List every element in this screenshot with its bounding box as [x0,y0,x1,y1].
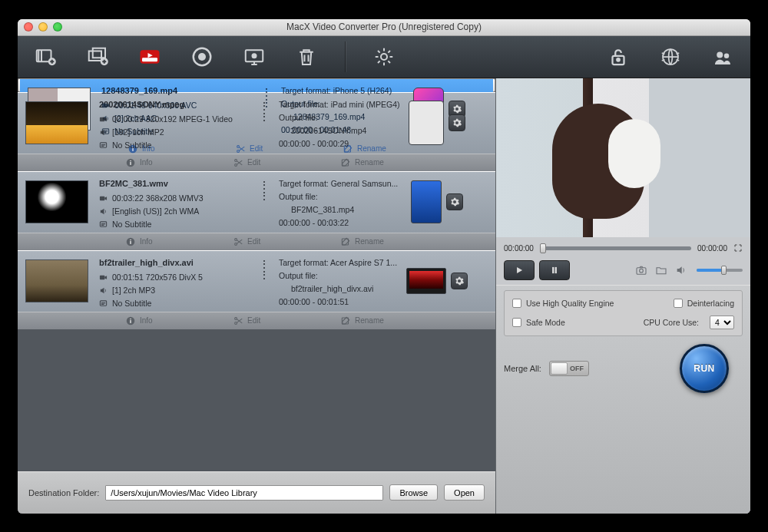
target-format: Target format: iPad mini (MPEG4) [268,98,400,111]
pause-button[interactable] [539,260,570,280]
snapshot-icon[interactable] [634,263,649,277]
video-icon [99,273,108,282]
target-format: Target format: Acer Aspire S7 1... [268,256,400,269]
file-row[interactable]: bf2trailer_high_divx.avi 00:01:51 720x57… [18,250,495,329]
svg-rect-50 [555,266,557,273]
svg-point-29 [130,160,131,160]
unlock-button[interactable] [604,43,632,71]
edit-button[interactable]: Edit [233,316,325,326]
minimize-icon[interactable] [38,22,48,31]
file-name: bf2trailer_high_divx.avi [99,256,262,269]
destination-input[interactable] [105,485,383,501]
trash-button[interactable] [293,43,320,71]
svg-point-37 [130,239,131,240]
svg-point-45 [130,318,131,319]
window-title: MacX Video Converter Pro (Unregistered C… [62,21,706,32]
file-list: 12848379_169.mp4 00:01:48 640x360 AVC [2… [18,78,495,471]
audio-icon [99,286,108,295]
row-settings-button[interactable] [451,273,468,289]
target-format: Target format: General Samsun... [268,177,400,190]
output-file: bf2trailer_high_divx.avi [268,283,400,296]
svg-point-52 [640,269,644,273]
app-window: MacX Video Converter Pro (Unregistered C… [18,19,750,514]
thumbnail [25,180,88,223]
svg-rect-33 [100,196,104,200]
svg-rect-17 [102,103,107,107]
rename-button[interactable]: Rename [340,316,384,326]
edit-button[interactable]: Edit [233,157,325,168]
svg-point-15 [717,51,723,58]
device-icon [406,268,446,294]
output-file: BF2MC_381.mp4 [268,203,400,216]
player-controls: 00:00:00 00:00:00 [496,237,750,285]
file-row[interactable]: BF2MC_381.wmv 00:03:22 368x208 WMV3 [Eng… [18,171,495,250]
file-name: BF2MC_381.wmv [99,177,262,190]
screen-record-button[interactable] [240,43,268,71]
svg-rect-41 [100,275,104,279]
destination-label: Destination Folder: [28,488,99,497]
run-button[interactable]: RUN [680,344,729,393]
youtube-button[interactable] [136,43,164,71]
add-photo-button[interactable] [84,43,111,71]
svg-rect-49 [552,266,554,273]
file-name: 20020614SONY.mpeg [99,98,262,111]
row-settings-button[interactable] [446,193,463,210]
device-icon [411,180,442,223]
info-button[interactable]: Info [125,157,217,168]
add-video-button[interactable] [31,43,59,71]
hq-checkbox[interactable]: Use High Quality Engine [512,299,614,308]
merge-toggle[interactable]: OFF [549,361,589,376]
svg-point-10 [253,54,257,58]
video-icon [101,101,110,110]
seek-slider[interactable] [540,246,691,250]
time-current: 00:00:00 [504,244,534,253]
volume-icon[interactable] [674,263,689,277]
rename-button[interactable]: Rename [340,236,384,247]
web-button[interactable] [657,43,684,71]
deinterlace-checkbox[interactable]: Deinterlacing [674,299,734,308]
device-icon [409,101,444,145]
svg-rect-6 [142,58,157,61]
svg-point-8 [198,53,206,61]
record-button[interactable] [188,43,216,71]
time-range: 00:00:00 - 00:00:29 [268,137,400,150]
preview-panel [496,78,750,237]
settings-button[interactable] [370,43,398,71]
edit-button[interactable]: Edit [233,236,325,247]
audio-icon [99,128,108,137]
subtitle-icon [99,220,108,229]
close-icon[interactable] [24,22,33,31]
row-settings-button[interactable] [449,114,465,131]
file-row[interactable]: 12848379_169.mp4 00:01:48 640x360 AVC [2… [18,78,495,92]
share-button[interactable] [709,43,737,71]
video-icon [99,194,108,203]
thumbnail [25,101,88,144]
info-button[interactable]: Info [125,316,217,326]
thumbnail [25,259,88,302]
svg-point-16 [724,53,730,58]
time-total: 00:00:00 [697,244,727,253]
svg-point-11 [381,54,387,60]
svg-point-13 [617,58,620,61]
audio-icon [99,207,108,216]
rename-button[interactable]: Rename [340,157,384,168]
safemode-checkbox[interactable]: Safe Mode [512,318,565,327]
subtitle-icon [99,299,108,308]
time-range: 00:00:00 - 00:03:22 [268,216,400,230]
merge-label: Merge All: [504,364,541,373]
svg-rect-3 [93,48,105,58]
browse-button[interactable]: Browse [389,484,438,501]
cpu-core-select[interactable]: 4 [710,316,734,329]
time-range: 00:00:00 - 00:01:51 [268,296,400,309]
fullscreen-icon[interactable] [733,243,743,254]
volume-slider[interactable] [697,269,743,272]
toolbar [18,36,750,78]
play-button[interactable] [504,260,535,280]
svg-rect-25 [100,117,104,121]
cpu-label: CPU Core Use: [644,318,699,327]
info-button[interactable]: Info [125,236,217,247]
svg-rect-28 [130,161,131,164]
open-button[interactable]: Open [444,484,485,501]
zoom-icon[interactable] [53,22,62,31]
folder-icon[interactable] [654,263,669,277]
